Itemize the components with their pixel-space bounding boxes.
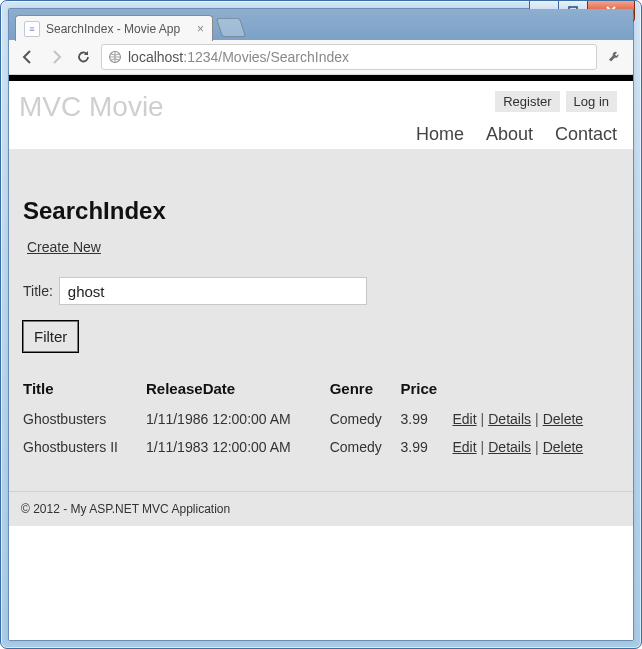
browser-window: ≡ SearchIndex - Movie App × bbox=[8, 8, 634, 641]
content-area: SearchIndex Create New Title: Filter Tit… bbox=[9, 149, 633, 491]
tab-title: SearchIndex - Movie App bbox=[46, 22, 180, 36]
address-bar[interactable]: localhost:1234/Movies/SearchIndex bbox=[101, 44, 597, 70]
create-new-link[interactable]: Create New bbox=[27, 239, 101, 255]
search-input[interactable] bbox=[59, 277, 367, 305]
wrench-icon bbox=[606, 49, 622, 65]
delete-link[interactable]: Delete bbox=[543, 439, 583, 455]
nav-forward-button[interactable] bbox=[45, 46, 67, 68]
delete-link[interactable]: Delete bbox=[543, 411, 583, 427]
filter-button[interactable]: Filter bbox=[23, 321, 78, 352]
cell-price: 3.99 bbox=[400, 405, 452, 433]
site-header: MVC Movie Register Log in Home About Con… bbox=[9, 81, 633, 149]
details-link[interactable]: Details bbox=[488, 439, 531, 455]
cell-title: Ghostbusters II bbox=[23, 433, 146, 461]
page-title: SearchIndex bbox=[23, 197, 619, 225]
cell-release: 1/11/1983 12:00:00 AM bbox=[146, 433, 330, 461]
account-links: Register Log in bbox=[495, 91, 617, 112]
table-row: Ghostbusters1/11/1986 12:00:00 AMComedy3… bbox=[23, 405, 619, 433]
cell-release: 1/11/1986 12:00:00 AM bbox=[146, 405, 330, 433]
login-link[interactable]: Log in bbox=[566, 91, 617, 112]
col-title: Title bbox=[23, 374, 146, 405]
search-label: Title: bbox=[23, 283, 53, 299]
col-price: Price bbox=[400, 374, 452, 405]
arrow-left-icon bbox=[20, 49, 36, 65]
cell-genre: Comedy bbox=[330, 433, 401, 461]
table-header-row: Title ReleaseDate Genre Price bbox=[23, 374, 619, 405]
cell-genre: Comedy bbox=[330, 405, 401, 433]
page-favicon-icon: ≡ bbox=[24, 21, 40, 37]
browser-toolbar: localhost:1234/Movies/SearchIndex bbox=[9, 40, 633, 75]
page-viewport: MVC Movie Register Log in Home About Con… bbox=[9, 75, 633, 640]
url-text: localhost:1234/Movies/SearchIndex bbox=[128, 49, 349, 65]
search-form: Title: bbox=[23, 277, 619, 305]
window-frame: ≡ SearchIndex - Movie App × bbox=[0, 0, 642, 649]
edit-link[interactable]: Edit bbox=[452, 439, 476, 455]
nav-contact[interactable]: Contact bbox=[555, 124, 617, 145]
edit-link[interactable]: Edit bbox=[452, 411, 476, 427]
reload-icon bbox=[76, 49, 92, 65]
main-nav: Home About Contact bbox=[416, 124, 617, 145]
cell-actions: Edit|Details|Delete bbox=[452, 433, 619, 461]
browser-tabstrip: ≡ SearchIndex - Movie App × bbox=[9, 9, 633, 40]
nav-reload-button[interactable] bbox=[73, 46, 95, 68]
tab-close-icon[interactable]: × bbox=[197, 23, 204, 35]
register-link[interactable]: Register bbox=[495, 91, 559, 112]
brand-title: MVC Movie bbox=[19, 91, 164, 123]
cell-actions: Edit|Details|Delete bbox=[452, 405, 619, 433]
arrow-right-icon bbox=[48, 49, 64, 65]
details-link[interactable]: Details bbox=[488, 411, 531, 427]
nav-home[interactable]: Home bbox=[416, 124, 464, 145]
cell-title: Ghostbusters bbox=[23, 405, 146, 433]
wrench-menu-button[interactable] bbox=[603, 46, 625, 68]
movies-table: Title ReleaseDate Genre Price Ghostbuste… bbox=[23, 374, 619, 461]
table-row: Ghostbusters II1/11/1983 12:00:00 AMCome… bbox=[23, 433, 619, 461]
col-actions bbox=[452, 374, 619, 405]
page-footer: © 2012 - My ASP.NET MVC Application bbox=[9, 491, 633, 526]
nav-back-button[interactable] bbox=[17, 46, 39, 68]
cell-price: 3.99 bbox=[400, 433, 452, 461]
nav-about[interactable]: About bbox=[486, 124, 533, 145]
col-release: ReleaseDate bbox=[146, 374, 330, 405]
browser-tab[interactable]: ≡ SearchIndex - Movie App × bbox=[15, 15, 213, 41]
globe-icon bbox=[108, 50, 122, 64]
col-genre: Genre bbox=[330, 374, 401, 405]
new-tab-button[interactable] bbox=[216, 18, 246, 37]
